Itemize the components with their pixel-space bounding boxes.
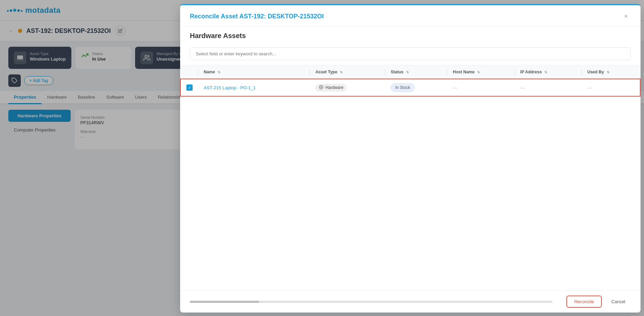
status-badge-stock: In Stock	[391, 83, 415, 92]
reconcile-modal: Reconcile Asset AST-192: DESKTOP-21532OI…	[180, 4, 641, 313]
section-title-area: Hardware Assets	[180, 26, 641, 43]
reconcile-button[interactable]: Reconcile	[566, 296, 601, 308]
asset-type-sort-icon: ⇅	[340, 70, 343, 74]
th-ip-address: IP Address ⇅	[515, 65, 582, 79]
scrollbar-thumb	[190, 301, 259, 303]
modal-title: Reconcile Asset AST-192: DESKTOP-21532OI	[190, 13, 324, 20]
svg-rect-4	[320, 85, 323, 89]
cancel-button[interactable]: Cancel	[606, 296, 631, 307]
table-header: Name ⇅ Asset Type ⇅ Status ⇅ Host Name ⇅	[180, 65, 640, 79]
modal-body: Name ⇅ Asset Type ⇅ Status ⇅ Host Name ⇅	[180, 65, 641, 290]
row-hostname-value: ---	[453, 85, 457, 90]
row-usedby-value: ---	[587, 85, 592, 90]
asset-type-badge-label: Hardware	[325, 85, 343, 90]
th-name: Name ⇅	[198, 65, 310, 79]
modal-header: Reconcile Asset AST-192: DESKTOP-21532OI…	[180, 5, 641, 26]
modal-footer: Reconcile Cancel	[180, 290, 641, 313]
modal-search-area	[180, 43, 641, 65]
status-sort-icon: ⇅	[406, 70, 409, 74]
row-checkbox-checked[interactable]: ✓	[186, 84, 193, 91]
th-host-name: Host Name ⇅	[447, 65, 515, 79]
asset-name-link[interactable]: AST-215 Laptop - PO-1_1	[204, 85, 256, 90]
row-name-cell: AST-215 Laptop - PO-1_1	[198, 79, 310, 96]
asset-search-input[interactable]	[190, 47, 631, 60]
hardware-icon	[319, 85, 324, 91]
table-body: ✓ AST-215 Laptop - PO-1_1	[180, 79, 640, 96]
th-status: Status ⇅	[385, 65, 447, 79]
scrollbar-track	[190, 301, 553, 303]
th-used-by: Used By ⇅	[582, 65, 640, 79]
ip-sort-icon: ⇅	[544, 70, 547, 74]
asset-type-badge: Hardware	[315, 84, 347, 92]
svg-rect-5	[321, 87, 322, 88]
modal-close-button[interactable]: ×	[621, 11, 631, 21]
row-ip-value: ---	[520, 85, 525, 90]
table-row[interactable]: ✓ AST-215 Laptop - PO-1_1	[180, 79, 640, 96]
row-hostname-cell: ---	[447, 79, 515, 96]
row-status-cell: In Stock	[385, 79, 447, 96]
row-checkbox-cell: ✓	[180, 79, 198, 96]
hostname-sort-icon: ⇅	[477, 70, 480, 74]
th-asset-type: Asset Type ⇅	[310, 65, 385, 79]
th-checkbox	[180, 65, 198, 79]
row-ip-cell: ---	[515, 79, 582, 96]
row-usedby-cell: ---	[582, 79, 640, 96]
footer-buttons: Reconcile Cancel	[566, 296, 631, 308]
row-asset-type-cell: Hardware	[310, 79, 385, 96]
used-by-sort-icon: ⇅	[607, 70, 609, 74]
section-title: Hardware Assets	[190, 32, 246, 39]
name-sort-icon: ⇅	[218, 70, 220, 74]
scrollbar-area	[190, 301, 559, 303]
assets-table: Name ⇅ Asset Type ⇅ Status ⇅ Host Name ⇅	[180, 65, 641, 97]
